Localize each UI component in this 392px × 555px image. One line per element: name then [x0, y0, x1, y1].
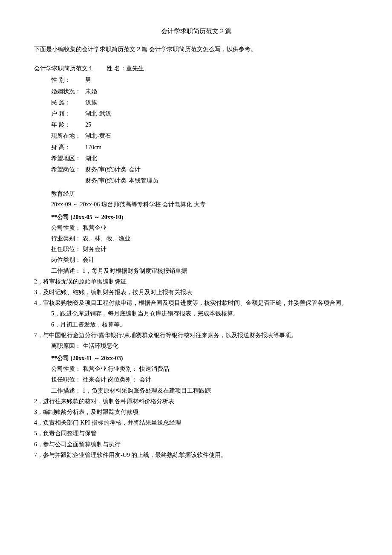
page-container: 会计学求职简历范文２篇 下面是小编收集的会计学求职简历范文２篇 会计学求职简历范…	[34, 26, 358, 460]
education-entry: 20xx-09 ～ 20xx-06 琼台师范高等专科学校 会计电算化 大专	[51, 199, 358, 210]
company1-work-item2: 2，将审核无误的原始单据编制凭证	[34, 276, 358, 287]
company2-work-item4: 4，负责相关部门 KPI 指标的考核，并将结果呈送总经理	[34, 417, 358, 428]
company1-nature: 公司性质： 私营企业	[51, 223, 358, 233]
company2-work-item2: 2，进行往来账款的核对，编制各种原材料价格分析表	[34, 396, 358, 407]
company2-position-type: 担任职位： 往来会计 岗位类别： 会计	[51, 374, 358, 385]
field-gender: 性 别： 男	[51, 75, 358, 85]
company2-work-item7: 7，参与并跟踪企业管理软件用友-U9 的上线，最终熟练掌握该软件使用。	[34, 450, 358, 460]
company1-position-type: 岗位类别： 会计	[51, 254, 358, 265]
field-marriage: 婚姻状况： 未婚	[51, 86, 358, 97]
company2-section: **公司 (20xx-11 ～ 20xx-03) 公司性质： 私营企业 行业类别…	[34, 353, 358, 460]
company1-industry: 行业类别： 农、林、牧、渔业	[51, 233, 358, 244]
field-desired-position2: 财务/审(统)计类-本钱管理员	[51, 175, 358, 186]
company2-work-desc: 工作描述： 1，负责原材料采购账务处理及在建项目工程跟踪	[51, 385, 358, 396]
company1-work-item6: 6，月初工资发放，核算等。	[51, 319, 358, 330]
education-section: 教育经历 20xx-09 ～ 20xx-06 琼台师范高等专科学校 会计电算化 …	[34, 188, 358, 210]
resume1-header: 会计学求职简历范文１ 姓 名： 童先生	[34, 63, 358, 74]
company1-header: **公司 (20xx-05 ～ 20xx-10)	[51, 212, 358, 223]
company2-header: **公司 (20xx-11 ～ 20xx-03)	[51, 353, 358, 364]
company2-work-item5: 5，负责合同整理与保管	[34, 428, 358, 439]
company1-leave-reason: 离职原因： 生活环境恶化	[51, 341, 358, 351]
company1-work-item4: 4，审核采购物资及项目工程付款申请，根据合同及项目进度等，核实付款时间、金额是否…	[34, 298, 358, 308]
company1-work-item5: 5，跟进仓库进销存，每月底编制当月仓库进销存报表，完成本钱核算。	[51, 308, 358, 319]
field-height: 身 高： 170cm	[51, 142, 358, 153]
field-desired-position1: 希望岗位： 财务/审(统)计类-会计	[51, 164, 358, 175]
company1-section: **公司 (20xx-05 ～ 20xx-10) 公司性质： 私营企业 行业类别…	[34, 212, 358, 351]
field-location: 现所在地： 湖北-黄石	[51, 130, 358, 141]
education-title: 教育经历	[51, 188, 358, 199]
field-desired-location: 希望地区： 湖北	[51, 153, 358, 164]
page-title: 会计学求职简历范文２篇	[34, 26, 358, 37]
company1-work-item7: 7，与中国银行金边分行/嘉华银行/柬埔寨群众银行等银行核对往来账务，以及报送财务…	[34, 330, 358, 341]
intro-line: 下面是小编收集的会计学求职简历范文２篇 会计学求职简历范文怎么写，以供参考。	[34, 44, 358, 55]
company2-work-item6: 6，参与公司全面预算编制与执行	[34, 439, 358, 450]
company1-work-desc: 工作描述： 1，每月及时根据财务制度审核报销单据	[51, 266, 358, 276]
field-age: 年 龄： 25	[51, 119, 358, 130]
field-ethnicity: 民 族： 汉族	[51, 97, 358, 108]
field-hometown: 户 籍： 湖北-武汉	[51, 108, 358, 119]
company2-nature-industry: 公司性质： 私营企业 行业类别： 快速消费品	[51, 364, 358, 374]
company1-work-item3: 3，及时记账、结账，编制财务报表，按月及时上报有关报表	[34, 287, 358, 298]
company1-position: 担任职位： 财务会计	[51, 244, 358, 254]
company2-work-item3: 3，编制账龄分析表，及时跟踪支付款项	[34, 407, 358, 417]
